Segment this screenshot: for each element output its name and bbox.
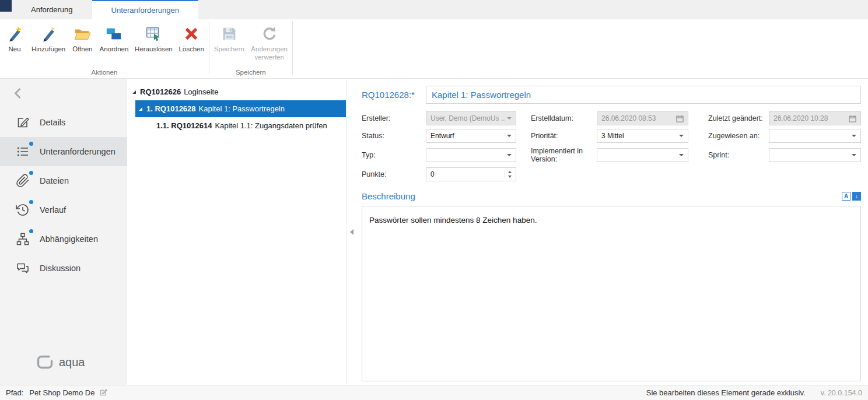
open-folder-icon — [73, 24, 92, 43]
aqua-logo-icon — [36, 355, 54, 370]
tab-label: Anforderung — [31, 5, 73, 14]
calendar-icon — [676, 115, 684, 122]
tab-unteranforderungen[interactable]: Unteranforderungen — [92, 0, 198, 19]
content-area: Details Unteranforderungen — [0, 79, 868, 385]
status-dropdown[interactable]: Entwurf — [426, 129, 516, 143]
collapse-panel-icon[interactable] — [350, 229, 354, 235]
erstelldatum-datepicker[interactable]: 26.06.2020 08:53 — [597, 111, 688, 125]
detail-panel: RQ1012628:* Ersteller: User, Demo (DemoU… — [357, 79, 868, 385]
sort-az-icon[interactable]: A — [842, 192, 850, 201]
app-version: v. 20.0.154.0 — [821, 389, 862, 397]
chevron-down-icon — [679, 135, 684, 137]
chevron-down-icon — [507, 154, 512, 156]
tab-label: Unteranforderungen — [111, 6, 179, 15]
description-editor[interactable]: Passwörter sollen mindestens 8 Zeichen h… — [362, 206, 861, 381]
field-label-typ: Typ: — [362, 151, 426, 159]
chevron-down-icon — [679, 154, 684, 156]
speichern-button[interactable]: Speichern — [211, 22, 248, 55]
app-icon — [0, 0, 12, 12]
sort-za-icon[interactable]: ↓ — [852, 192, 861, 201]
ribbon-separator — [292, 22, 293, 75]
sidebar-item-label: Abhängigkeiten — [40, 234, 98, 244]
field-value: User, Demo (DemoUs ... — [430, 114, 505, 122]
field-label-zugewiesen-an: Zugewiesen an: — [688, 132, 769, 140]
description-heading: Beschreibung — [362, 191, 842, 201]
sidebar-item-dateien[interactable]: Dateien — [0, 166, 127, 195]
sidebar-item-label: Unteranforderungen — [40, 147, 116, 156]
expander-icon[interactable] — [139, 107, 142, 111]
tree-item-selected[interactable]: 1. RQ1012628 Kapitel 1: Passwortregeln — [135, 100, 346, 117]
herausloesen-button[interactable]: Herauslösen — [132, 22, 175, 55]
aenderungen-verwerfen-button[interactable]: Änderungen verwerfen — [248, 22, 291, 64]
ribbon-group-label: Speichern — [211, 68, 291, 78]
anordnen-button[interactable]: Anordnen — [96, 22, 132, 55]
sidebar-item-diskussion[interactable]: Diskussion — [0, 254, 127, 283]
zuletzt-geaendert-datepicker[interactable]: 26.06.2020 10:28 — [769, 111, 861, 125]
tab-anforderung[interactable]: Anforderung — [12, 0, 92, 19]
panel-splitter[interactable] — [346, 79, 357, 385]
sidebar-item-abhaengigkeiten[interactable]: Abhängigkeiten — [0, 224, 127, 254]
tree-item-title: Loginseite — [184, 87, 218, 96]
ribbon-toolbar: Neu Hinzufügen — [0, 19, 868, 79]
typ-dropdown[interactable] — [426, 148, 516, 162]
description-text: Passwörter sollen mindestens 8 Zeichen h… — [369, 216, 537, 224]
chevron-left-icon — [13, 87, 23, 100]
arrange-icon — [104, 24, 123, 43]
implementiert-in-version-dropdown[interactable] — [597, 148, 688, 162]
prioritaet-dropdown[interactable]: 3 Mittel — [597, 129, 688, 143]
button-label: Löschen — [178, 45, 204, 53]
calendar-icon — [849, 115, 856, 122]
field-value: 3 Mittel — [601, 132, 677, 140]
sidebar-item-unteranforderungen[interactable]: Unteranforderungen — [0, 137, 127, 166]
ersteller-dropdown[interactable]: User, Demo (DemoUs ... — [426, 111, 516, 125]
discussion-icon — [15, 261, 30, 276]
field-value: 0 — [430, 170, 502, 178]
app-window: Anforderung Unteranforderungen Neu — [0, 0, 868, 400]
oeffnen-button[interactable]: Öffnen — [69, 22, 96, 55]
spin-up-icon[interactable] — [508, 171, 512, 173]
path-value: Pet Shop Demo De — [29, 388, 94, 397]
list-icon — [15, 144, 30, 159]
sidebar: Details Unteranforderungen — [0, 79, 127, 385]
field-label-punkte: Punkte: — [362, 170, 426, 178]
tree-item[interactable]: RQ1012626 Loginseite — [127, 83, 346, 100]
chevron-down-icon — [852, 154, 856, 156]
requirements-tree: RQ1012626 Loginseite 1. RQ1012628 Kapite… — [127, 79, 346, 385]
zugewiesen-an-dropdown[interactable] — [769, 129, 861, 143]
spinner-arrows[interactable] — [505, 171, 512, 178]
field-label-prioritaet: Priorität: — [516, 132, 597, 140]
button-label: Anordnen — [100, 45, 129, 53]
back-button[interactable] — [0, 79, 127, 108]
edit-path-icon[interactable] — [99, 388, 108, 397]
delete-x-icon — [182, 24, 201, 43]
button-label: Speichern — [214, 45, 244, 53]
chevron-down-icon — [507, 135, 512, 137]
neu-button[interactable]: Neu — [1, 22, 28, 55]
sidebar-item-label: Details — [40, 118, 65, 127]
tree-item[interactable]: 1.1. RQ1012614 Kapitel 1.1: Zugangsdaten… — [127, 117, 346, 134]
notification-dot — [29, 142, 33, 146]
description-header: Beschreibung A ↓ — [362, 191, 861, 201]
sidebar-item-label: Verlauf — [40, 205, 66, 215]
save-floppy-icon — [220, 24, 239, 43]
aqua-logo-text: aqua — [59, 356, 85, 369]
button-label: Änderungen verwerfen — [251, 45, 288, 62]
title-input[interactable] — [426, 86, 861, 104]
expander-icon[interactable] — [132, 90, 136, 94]
field-value: 26.06.2020 08:53 — [601, 114, 674, 122]
ribbon-separator — [209, 22, 209, 75]
field-label-status: Status: — [362, 132, 426, 140]
notification-dot — [29, 200, 33, 204]
tree-item-title: Kapitel 1.1: Zugangsdaten prüfen — [215, 121, 327, 130]
spin-down-icon[interactable] — [508, 176, 512, 178]
tree-item-title: Kapitel 1: Passwortregeln — [199, 104, 285, 113]
sprint-dropdown[interactable] — [769, 148, 861, 162]
loeschen-button[interactable]: Löschen — [175, 22, 207, 55]
sidebar-item-verlauf[interactable]: Verlauf — [0, 195, 127, 224]
field-label-zuletzt-geaendert: Zuletzt geändert: — [688, 114, 769, 122]
tree-item-id: 1.1. RQ1012614 — [156, 121, 212, 130]
field-label-ersteller: Ersteller: — [362, 114, 426, 122]
sidebar-item-details[interactable]: Details — [0, 108, 127, 137]
hinzufuegen-button[interactable]: Hinzufügen — [28, 22, 69, 55]
punkte-stepper[interactable]: 0 — [426, 167, 516, 181]
